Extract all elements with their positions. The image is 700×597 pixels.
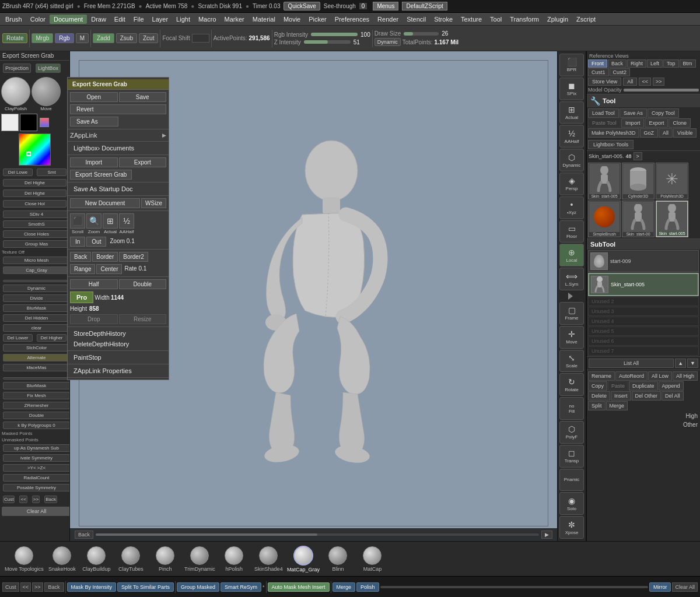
copy-subtool-btn[interactable]: Copy xyxy=(588,381,607,391)
back-status-btn[interactable]: Back xyxy=(44,582,64,592)
move-brush[interactable]: Move xyxy=(32,77,61,111)
smt-btn[interactable]: Smt xyxy=(37,168,66,176)
clone-tool-btn[interactable]: Clone xyxy=(668,118,691,128)
make-polymesh-btn[interactable]: Make PolyMesh3D xyxy=(588,128,639,138)
delete-btn[interactable]: Delete xyxy=(588,391,610,401)
copy-tool-btn[interactable]: Copy Tool xyxy=(648,108,679,118)
prev-view-btn[interactable]: << xyxy=(639,78,651,86)
paste-tool-btn[interactable]: Paste Tool xyxy=(588,118,621,128)
append-btn[interactable]: Append xyxy=(659,381,684,391)
rotate-button2[interactable]: ↻Rotate xyxy=(559,373,584,396)
polish-btn[interactable]: Polish xyxy=(356,582,379,592)
fixmesh-btn[interactable]: Fix Mesh xyxy=(3,392,70,399)
transp-button[interactable]: ◻Transp xyxy=(559,445,584,468)
polyf-button[interactable]: ⬡PolyF xyxy=(559,421,584,444)
saveas-tool-btn[interactable]: Save As xyxy=(620,108,647,118)
thumb-polystar[interactable]: ✳ PolyMesh3D xyxy=(656,163,688,199)
blurmask-btn[interactable]: BlurMask xyxy=(3,304,70,312)
menu-stroke[interactable]: Stroke xyxy=(430,15,457,24)
canvas-back-btn[interactable]: Back xyxy=(75,531,93,539)
right-view-btn[interactable]: Right xyxy=(627,59,646,68)
thumb-skin-active[interactable]: Skin_start-005 xyxy=(656,201,688,237)
brush-matcap[interactable]: MatCap xyxy=(356,546,388,572)
menu-preferences[interactable]: Preferences xyxy=(331,15,373,24)
insert-btn[interactable]: Insert xyxy=(611,391,631,401)
del-higher-btn2[interactable]: Del Highe xyxy=(3,189,66,197)
radialcount-btn[interactable]: RadialCount xyxy=(3,474,70,482)
import-tool-btn[interactable]: Import xyxy=(621,118,645,128)
zremesher-btn[interactable]: ZRemesher xyxy=(3,402,70,409)
menu-macro[interactable]: Macro xyxy=(194,15,220,24)
quicksave-button[interactable]: QuickSave xyxy=(284,2,320,10)
all-view-btn[interactable]: All xyxy=(623,78,637,86)
menu-texture[interactable]: Texture xyxy=(457,15,486,24)
all-tool-btn[interactable]: All xyxy=(659,128,673,138)
xyz-sym-btn[interactable]: >Y< >Z< xyxy=(3,464,70,472)
back-view-btn[interactable]: Back xyxy=(608,59,626,68)
back-left-btn[interactable]: Back xyxy=(44,496,57,503)
brush-trimdynamic[interactable]: TrimDynamic xyxy=(184,546,216,572)
back-doc-btn[interactable]: Back xyxy=(70,252,91,262)
menu-edit[interactable]: Edit xyxy=(110,15,130,24)
merge-status-btn[interactable]: Merge xyxy=(332,582,356,592)
menus-button[interactable]: Menus xyxy=(373,2,398,10)
mask-intensity-btn[interactable]: Mask By Intensity xyxy=(67,582,117,592)
menu-movie[interactable]: Movie xyxy=(279,15,304,24)
menu-brush[interactable]: Brush xyxy=(1,15,26,24)
next-status-btn[interactable]: >> xyxy=(32,582,43,592)
brush-skinshade4[interactable]: SkinShade4 xyxy=(253,546,285,572)
menu-transform[interactable]: Transform xyxy=(506,15,543,24)
menu-stencil[interactable]: Stencil xyxy=(402,15,430,24)
drop-btn[interactable]: Drop xyxy=(70,314,118,324)
solo-button[interactable]: ◉Solo xyxy=(559,492,584,515)
zoom-btn[interactable]: 🔍 Zoom xyxy=(86,213,102,234)
skin-nav-btn[interactable]: > xyxy=(634,152,642,160)
revert-btn[interactable]: Revert xyxy=(70,104,166,114)
brush-movetopo[interactable]: Move Topologics xyxy=(5,546,44,572)
cust2-view-btn[interactable]: Cust2 xyxy=(610,68,631,76)
new-doc-btn[interactable]: New Document xyxy=(70,198,140,208)
open-btn[interactable]: Open xyxy=(70,92,118,102)
menu-tool[interactable]: Tool xyxy=(486,15,506,24)
projection-button[interactable]: Projection xyxy=(3,64,31,73)
zcut-button[interactable]: Zcut xyxy=(139,33,158,43)
lsym-button[interactable]: ⟺L.Sym xyxy=(559,268,584,290)
brush-claytubes[interactable]: ClayTubes xyxy=(115,546,147,572)
micro-mesh-btn[interactable]: Micro Mesh xyxy=(3,257,70,264)
subtool-skin005[interactable]: Skin_start-005 xyxy=(588,273,699,296)
xpose-button[interactable]: ✼Xpose xyxy=(559,516,584,539)
double-btn[interactable]: Double xyxy=(3,412,70,419)
cust-btn[interactable]: Cust xyxy=(3,496,15,503)
scale-button[interactable]: ⤡Scale xyxy=(559,350,584,373)
menu-color[interactable]: Color xyxy=(26,15,50,24)
dynamesh-sub-btn[interactable]: up As Dynamesh Sub xyxy=(3,444,70,452)
zadd-button[interactable]: Zadd xyxy=(93,33,114,43)
resize-btn[interactable]: Resize xyxy=(119,314,167,324)
center-btn[interactable]: Center xyxy=(96,264,122,274)
wsize-btn[interactable]: WSize xyxy=(141,198,166,208)
activate-sym-btn[interactable]: ivate Symmetry xyxy=(3,454,70,462)
divide-btn[interactable]: Divide xyxy=(3,294,70,302)
save-btn[interactable]: Save xyxy=(119,92,167,102)
floor-button[interactable]: ▭Floor xyxy=(559,220,584,243)
menu-file[interactable]: File xyxy=(130,15,148,24)
stitchcolor-btn[interactable]: StchColor xyxy=(3,344,70,352)
posable-sym-btn[interactable]: Posable Symmetry xyxy=(3,484,70,491)
subtool-unused6[interactable]: Unused 6 xyxy=(588,336,699,346)
frame-button[interactable]: ▢Frame xyxy=(559,302,584,325)
pnamic-button[interactable]: Pnamic xyxy=(559,469,584,491)
paintstop-btn[interactable]: PaintStop xyxy=(68,352,169,363)
next-view-btn[interactable]: >> xyxy=(653,78,665,86)
export-btn[interactable]: Export xyxy=(119,157,167,167)
alternate-btn[interactable]: Alternate xyxy=(3,354,70,361)
menu-material[interactable]: Material xyxy=(249,15,279,24)
range-btn[interactable]: Range xyxy=(70,264,95,274)
gradient-swatch[interactable] xyxy=(40,118,49,127)
paste-subtool-btn[interactable]: Paste xyxy=(608,381,628,391)
split-similar-btn[interactable]: Split To Similar Parts xyxy=(117,582,174,592)
dynamic-button2[interactable]: ⬡Dynamic xyxy=(559,149,584,171)
move-button[interactable]: ✛Move xyxy=(559,326,584,349)
menu-light[interactable]: Light xyxy=(172,15,194,24)
dynamic-btn[interactable]: Dynamic xyxy=(3,285,70,292)
zapplink-props-btn[interactable]: ZAppLink Properties xyxy=(68,366,169,376)
